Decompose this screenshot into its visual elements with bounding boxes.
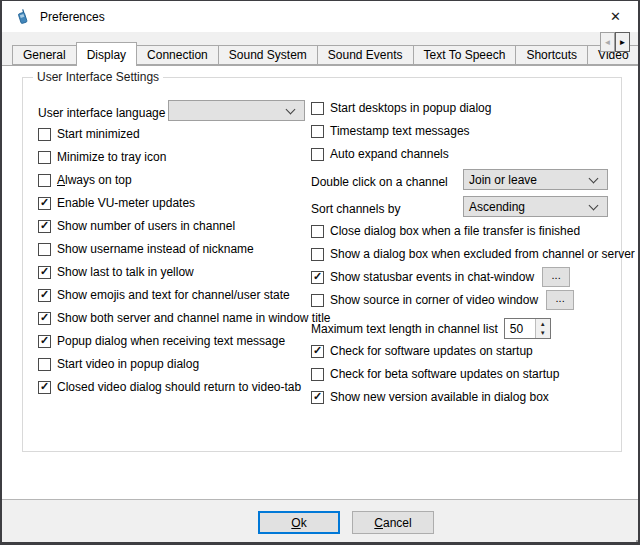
tab-display[interactable]: Display (76, 42, 137, 66)
desktops-popup-checkbox[interactable]: ✓ (311, 102, 324, 115)
popup-text-message-checkbox[interactable]: ✓ (38, 335, 51, 348)
ok-button[interactable]: Ok (258, 511, 340, 534)
spin-up-icon[interactable]: ▲ (536, 319, 550, 329)
language-label: User interface language (38, 106, 165, 120)
closed-video-return-checkbox[interactable]: ✓ (38, 381, 51, 394)
checkbox-row[interactable]: ✓ Show username instead of nickname (38, 239, 254, 259)
checkbox-row[interactable]: ✓ Close dialog box when a file transfer … (311, 221, 580, 241)
checkbox-label: Show statusbar events in chat-window (330, 270, 534, 284)
close-button[interactable]: ✕ (593, 1, 638, 31)
auto-expand-checkbox[interactable]: ✓ (311, 148, 324, 161)
sort-channels-select[interactable]: Ascending (463, 196, 608, 217)
checkbox-row[interactable]: ✓ Check for beta software updates on sta… (311, 364, 559, 384)
arrow-left-icon: ◄ (604, 38, 612, 47)
statusbar-events-more-button[interactable]: ... (542, 267, 570, 287)
tab-text-to-speech[interactable]: Text To Speech (413, 45, 517, 65)
checkbox-row[interactable]: ✓ Minimize to tray icon (38, 147, 166, 167)
video-popup-checkbox[interactable]: ✓ (38, 358, 51, 371)
tab-label: General (23, 48, 66, 62)
show-username-checkbox[interactable]: ✓ (38, 243, 51, 256)
excluded-dialog-checkbox[interactable]: ✓ (311, 248, 324, 261)
checkbox-label: Check for beta software updates on start… (330, 367, 559, 381)
title-bar[interactable]: Preferences ✕ (2, 1, 638, 32)
spinner-buttons[interactable]: ▲ ▼ (535, 319, 550, 338)
max-text-length-label: Maximum text length in channel list (311, 322, 498, 336)
checkbox-row[interactable]: ✓ Always on top (38, 170, 132, 190)
tab-sound-events[interactable]: Sound Events (317, 45, 414, 65)
checkbox-row[interactable]: ✓ Show a dialog box when excluded from c… (311, 244, 635, 264)
checkbox-label: Closed video dialog should return to vid… (57, 380, 301, 394)
chevron-down-icon (589, 173, 599, 183)
tab-label: Sound System (229, 48, 307, 62)
new-version-dialog-checkbox[interactable]: ✓ (311, 391, 324, 404)
statusbar-events-checkbox[interactable]: ✓ (311, 271, 324, 284)
checkbox-row[interactable]: ✓ Check for software updates on startup (311, 341, 533, 361)
display-tab-page: User Interface Settings User interface l… (2, 65, 638, 499)
checkbox-row[interactable]: ✓ Show source in corner of video window … (311, 290, 574, 310)
minimize-to-tray-checkbox[interactable]: ✓ (38, 151, 51, 164)
checkbox-label: Show a dialog box when excluded from cha… (330, 247, 635, 261)
tab-label: Shortcuts (526, 48, 577, 62)
resize-grip[interactable] (631, 535, 633, 537)
tab-label: Connection (147, 48, 208, 62)
max-text-length-row: Maximum text length in channel list 50 ▲… (311, 318, 551, 339)
checkbox-label: Auto expand channels (330, 147, 449, 161)
checkbox-row[interactable]: ✓ Popup dialog when receiving text messa… (38, 331, 285, 351)
check-icon: ✓ (40, 312, 49, 323)
tab-scroll-right-button[interactable]: ► (615, 32, 630, 52)
check-icon: ✓ (40, 289, 49, 300)
tab-label: Display (87, 48, 126, 62)
check-icon: ✓ (40, 381, 49, 392)
beta-updates-checkbox[interactable]: ✓ (311, 368, 324, 381)
close-file-transfer-checkbox[interactable]: ✓ (311, 225, 324, 238)
double-click-value: Join or leave (464, 173, 590, 187)
checkbox-row[interactable]: ✓ Show both server and channel name in w… (38, 308, 331, 328)
double-click-row: Double click on a channel (311, 172, 448, 192)
max-text-length-spinner[interactable]: 50 ▲ ▼ (504, 318, 551, 339)
checkbox-row[interactable]: ✓ Closed video dialog should return to v… (38, 377, 301, 397)
show-emojis-checkbox[interactable]: ✓ (38, 289, 51, 302)
tab-connection[interactable]: Connection (136, 45, 219, 65)
double-click-select[interactable]: Join or leave (463, 169, 608, 190)
checkbox-row[interactable]: ✓ Timestamp text messages (311, 121, 470, 141)
last-to-talk-checkbox[interactable]: ✓ (38, 266, 51, 279)
checkbox-label: Minimize to tray icon (57, 150, 166, 164)
checkbox-label: Enable VU-meter updates (57, 196, 195, 210)
software-updates-checkbox[interactable]: ✓ (311, 345, 324, 358)
tab-scroll-left-button[interactable]: ◄ (600, 32, 615, 52)
checkbox-row[interactable]: ✓ Start desktops in popup dialog (311, 98, 491, 118)
video-source-corner-checkbox[interactable]: ✓ (311, 294, 324, 307)
check-icon: ✓ (40, 220, 49, 231)
chevron-down-icon (286, 104, 296, 114)
checkbox-row[interactable]: ✓ Start video in popup dialog (38, 354, 199, 374)
tab-general[interactable]: General (12, 45, 77, 65)
sort-channels-row: Sort channels by (311, 199, 400, 219)
cancel-button-label: Cancel (374, 516, 411, 530)
start-minimized-checkbox[interactable]: ✓ (38, 128, 51, 141)
timestamp-checkbox[interactable]: ✓ (311, 125, 324, 138)
checkbox-label: Close dialog box when a file transfer is… (330, 224, 580, 238)
sort-channels-label: Sort channels by (311, 202, 400, 216)
checkbox-row[interactable]: ✓ Show number of users in channel (38, 216, 235, 236)
spin-down-icon[interactable]: ▼ (536, 329, 550, 339)
checkbox-row[interactable]: ✓ Show emojis and text for channel/user … (38, 285, 290, 305)
show-user-count-checkbox[interactable]: ✓ (38, 220, 51, 233)
checkbox-row[interactable]: ✓ Enable VU-meter updates (38, 193, 195, 213)
always-on-top-checkbox[interactable]: ✓ (38, 174, 51, 187)
checkbox-row[interactable]: ✓ Show last to talk in yellow (38, 262, 194, 282)
window-title-checkbox[interactable]: ✓ (38, 312, 51, 325)
vu-meter-checkbox[interactable]: ✓ (38, 197, 51, 210)
checkbox-label: Show both server and channel name in win… (57, 311, 331, 325)
language-select[interactable] (168, 100, 305, 121)
checkbox-row[interactable]: ✓ Show statusbar events in chat-window .… (311, 267, 570, 287)
tab-shortcuts[interactable]: Shortcuts (515, 45, 588, 65)
checkbox-row[interactable]: ✓ Show new version available in dialog b… (311, 387, 549, 407)
cancel-button[interactable]: Cancel (352, 511, 434, 534)
checkbox-label: Timestamp text messages (330, 124, 470, 138)
group-title: User Interface Settings (33, 70, 163, 84)
check-icon: ✓ (40, 197, 49, 208)
checkbox-row[interactable]: ✓ Auto expand channels (311, 144, 449, 164)
video-source-more-button[interactable]: ... (546, 290, 574, 310)
tab-sound-system[interactable]: Sound System (218, 45, 318, 65)
checkbox-row[interactable]: ✓ Start minimized (38, 124, 140, 144)
